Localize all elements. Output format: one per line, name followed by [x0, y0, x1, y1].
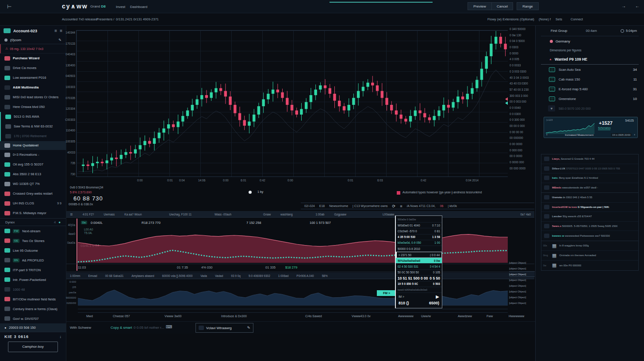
price-scale[interactable]: 0 340 500000 0w 1300 04 0 50000 03030 00… — [510, 27, 534, 173]
group-label[interactable]: First Group — [551, 29, 567, 33]
mountain-col-header[interactable]: Vadad — [215, 274, 223, 277]
rows-icon[interactable]: ≣ — [70, 212, 73, 216]
area-chart[interactable] — [78, 225, 508, 263]
feed-item[interactable]: Liwys, Severed G Grewds 703 4 44 — [541, 154, 638, 164]
app-menu-icon[interactable]: ⊢ — [7, 4, 12, 10]
sidebar-item[interactable]: P.M.S. Midways mayor — [0, 208, 66, 218]
favorites-row[interactable]: ♥ 580-0 5070 100 20 000 — [541, 104, 639, 113]
feed-item[interactable]: Dillee-LUX 37057013 0447 0005 0-55 13 09… — [541, 164, 638, 174]
country-row[interactable]: Germany — [541, 36, 639, 46]
copy-smart-link[interactable]: Copy & smart — [111, 326, 132, 330]
sidebar-item[interactable]: MISI 0x0 lead stores Cr Orders — [0, 92, 66, 102]
toolbar-item[interactable]: | C13 Wycornwhere owns — [353, 204, 388, 207]
list-view-icon[interactable]: ≡ — [54, 28, 57, 33]
popup-play-row[interactable]: IM > ▶ — [396, 293, 442, 300]
edit-strategy-icon[interactable]: ✎ — [247, 326, 250, 330]
watch-section-header[interactable]: ▲ Wanted P9 109 HE — [541, 54, 639, 65]
interval-dot-icon[interactable] — [249, 191, 252, 194]
col-header[interactable]: Gnaw — [263, 213, 271, 216]
sidebar-item[interactable]: Abs 3500 2 98 E13 — [0, 169, 66, 179]
forward-arrow-icon[interactable]: → — [621, 4, 626, 8]
mountain-col-header[interactable]: 58% — [322, 274, 328, 277]
sidebar-item[interactable]: 1000 48 — [0, 284, 66, 294]
sidebar-item[interactable]: Low assessment P016 — [0, 73, 66, 83]
col-header[interactable]: 1:00ab — [316, 213, 325, 216]
popup-row[interactable]: 50 0C 50 500 50 0 105 — [396, 270, 442, 276]
popup-row[interactable]: 02 4 50 530 531 0 4 54 4 — [396, 264, 442, 269]
sidebar-item[interactable]: 0=3 Recreations - — [0, 150, 66, 160]
keyboard-icon[interactable]: ⌨ — [166, 324, 172, 329]
candlestick-chart[interactable] — [76, 30, 508, 177]
mountain-col-header[interactable]: Emvad — [88, 274, 97, 277]
nav-link-dashboard[interactable]: Dashboard — [130, 5, 147, 9]
sidebar-item[interactable]: Here Onswa blvd 050 — [0, 102, 66, 112]
sidebar-item[interactable]: Intr. Power-Packetized — [0, 275, 66, 284]
sidebar-item-active[interactable]: Home Quotalevel — [0, 141, 66, 150]
card-sub-link[interactable]: Schematics — [598, 127, 610, 130]
mountain-col-header[interactable]: 1:006ad — [278, 274, 289, 277]
feed-item[interactable]: bwwws w wwwwwdwd Pwbwwwws ww7 500330 — [541, 231, 638, 241]
toolbar-item[interactable]: 06 — [440, 204, 444, 207]
heart-icon[interactable]: ♥ — [548, 105, 555, 111]
popup-row[interactable]: 500a0w 0 0a00w — [396, 217, 442, 223]
sidebar-item[interactable]: DN A& PROFILED — [0, 255, 66, 265]
sidebar-item[interactable]: WD 10305 QT 7% — [0, 179, 66, 189]
sidebar-item[interactable]: Purchase Wizard — [0, 54, 66, 63]
fm-quick-button[interactable]: FM > — [377, 290, 396, 296]
sidebar-item[interactable]: Oil avg 155 G 50207 — [0, 160, 66, 169]
popup-row[interactable]: W0d0w0 01 4040 0 7:10 — [396, 223, 442, 228]
detail-row[interactable]: [object Object] — [509, 288, 535, 294]
col-header[interactable]: 4:01 F2? — [83, 213, 94, 216]
mountain-col-header[interactable]: 93 9 0q — [231, 274, 241, 277]
popup-row[interactable]: bww0-b0f0fw0w0d0c0b0w0 — [396, 287, 442, 293]
subbar-none-link[interactable]: (None) f — [539, 17, 551, 21]
subbar-connect-link[interactable]: Connect — [571, 17, 583, 21]
play-icon[interactable]: ▶ — [436, 294, 439, 299]
popup-row[interactable]: C0c0w0 -570 0 0 81 — [396, 228, 442, 234]
toolbar-item[interactable]: /A Nows 4711 C3.04, — [406, 204, 435, 207]
sidebar-item[interactable]: Drive Ca moves — [0, 63, 66, 73]
col-header[interactable]: Uwmass — [104, 213, 115, 216]
qr-row[interactable]: 00s ▦ In 8 wagglers bmsp 000g — [541, 241, 638, 251]
sidebar-item[interactable]: Crossed Grey-webs restart — [0, 189, 66, 199]
sidebar-item[interactable]: Saw Terms & NW 63-0032 — [1, 122, 66, 131]
back-arrow-icon[interactable]: ← — [635, 4, 640, 8]
sidebar-item[interactable]: FW Next-stream — [0, 226, 66, 236]
mountain-col-header[interactable]: 00 68 Salva31 — [105, 274, 124, 277]
stat-row[interactable]: Greenstone 10 — [541, 94, 639, 104]
toolbar-item[interactable]: | kb/0k — [448, 204, 457, 207]
mountain-col-header[interactable]: 60000 vda []-5096 4000 — [162, 274, 193, 277]
sidebar-item-selected[interactable]: ● 20003 03 508 150 — [0, 323, 66, 331]
col-header[interactable]: Uwchag, F100 11 — [169, 213, 192, 216]
subbar-sets-link[interactable]: Sets — [556, 17, 562, 21]
sidebar-item[interactable]: GE Two Oz Stones — [0, 236, 66, 246]
stat-row[interactable]: E-forced map 5:480 31 — [541, 84, 639, 94]
range-button[interactable]: Range — [517, 2, 539, 10]
sidebar-bottom-button[interactable]: Camphor-boy — [8, 342, 58, 352]
sidebar-item[interactable]: Gov! w. DIV/0707 — [0, 314, 66, 323]
mountain-col-header[interactable]: Vada — [200, 274, 207, 277]
strategy-box[interactable]: Vclavi Wtraawrg ✎ — [196, 323, 253, 333]
toolbar-item[interactable]: E18 — [319, 204, 325, 207]
sidebar-item[interactable]: Century liners w forms (Clava) — [0, 304, 66, 314]
col-header[interactable]: 0a? 4a0 — [521, 213, 531, 216]
toolbar-item[interactable]: 02/-024 — [304, 204, 315, 207]
qr-row[interactable]: 0mg ▦ Omtrada vm thenses Avmadwd — [541, 251, 638, 261]
detail-row[interactable]: [object Object] — [509, 294, 535, 300]
sidebar-item[interactable]: 5013 G INS AWA — [1, 112, 66, 122]
popup-row[interactable]: b0w0w0d, 0-9 050 1 00 — [396, 240, 442, 246]
feed-item[interactable]: 5wws.s 5000005. 5-05/70050, 1 0505 5wwg … — [541, 222, 638, 231]
interval-label[interactable]: 1 by — [257, 190, 263, 193]
feed-item[interactable]: Urenvia ds 0302 046 2 40wb 5 55 — [541, 193, 638, 203]
cancel-button[interactable]: Cancel — [492, 2, 513, 10]
feed-item[interactable]: Inserted/GW ta toxx G 50guards-on pwr | … — [541, 203, 638, 212]
toolbar-item[interactable]: ≡ — [400, 204, 402, 208]
col-header[interactable]: washlang — [280, 213, 292, 216]
stat-row[interactable]: Cab mass 150 11 — [541, 74, 639, 84]
detail-row[interactable]: [object Object] — [509, 265, 535, 271]
sidebar-item[interactable]: ITP-part 9 TRITON — [0, 265, 66, 275]
qr-row[interactable]: 0w ▦ wn 00e P0 000000 — [541, 261, 638, 270]
detail-row[interactable]: [object Object] — [509, 260, 535, 265]
popup-row[interactable]: = 2371 50 ( 0 0 44 — [396, 252, 442, 258]
detail-row[interactable]: [object Object] — [509, 300, 535, 306]
